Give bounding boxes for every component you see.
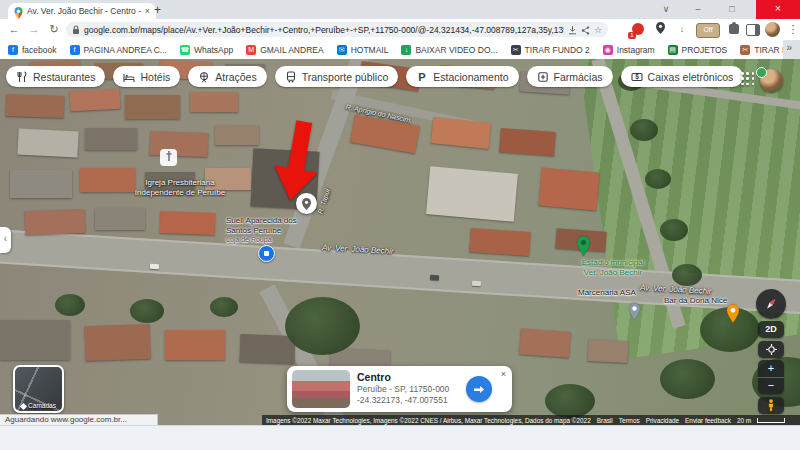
profile-avatar[interactable] — [765, 22, 780, 37]
bookmark-favicon-icon: ▤ — [668, 45, 678, 55]
attr-link-termos[interactable]: Termos — [619, 417, 640, 424]
bookmark-item[interactable]: f facebook — [8, 45, 57, 55]
bookmark-favicon-icon: ◉ — [603, 45, 613, 55]
store-pin[interactable] — [258, 245, 275, 262]
side-panel-icon[interactable] — [745, 22, 761, 37]
bookmark-label: PROJETOS — [682, 45, 728, 55]
bookmark-favicon-icon: ✉ — [337, 45, 347, 55]
bar-label[interactable]: Bar da Dona Nice — [664, 296, 727, 306]
place-pin-icon — [302, 198, 311, 210]
bookmark-label: HOTMAIL — [351, 45, 389, 55]
bookmark-item[interactable]: ✂ TIRAR FUNDO 2 — [511, 45, 590, 55]
bookmark-favicon-icon: ✂ — [511, 45, 521, 55]
directions-button[interactable] — [466, 376, 492, 402]
business-label[interactable]: Sueli Aparecida dos Santos Peruíbe Loja … — [226, 216, 297, 245]
bookmark-label: BAIXAR VIDEO DO... — [415, 45, 497, 55]
save-page-icon[interactable] — [568, 21, 577, 39]
chip-farmacias[interactable]: Farmácias — [527, 66, 613, 87]
off-extension-icon[interactable]: Off — [696, 23, 720, 38]
church-label[interactable]: Igreja Presbiteriana Independente de Per… — [105, 178, 255, 197]
map-scale-text: 20 m — [737, 417, 751, 424]
place-photo-thumbnail[interactable] — [292, 370, 350, 408]
lock-icon — [72, 21, 80, 39]
pegman-control[interactable] — [758, 397, 784, 414]
browser-tab-strip: Av. Ver. João Bechir - Centro - G × + ∨ … — [0, 0, 800, 19]
bookmark-label: GMAIL ANDREA — [260, 45, 323, 55]
shop-icon — [264, 251, 269, 256]
bookmark-item[interactable]: f PAGINA ANDREA C... — [70, 45, 167, 55]
bookmark-item[interactable]: ✂ TIRAR FUNDO 1 — [740, 45, 783, 55]
bookmark-label: Instagram — [617, 45, 655, 55]
browser-update-chevron-icon[interactable]: ∨ — [652, 0, 680, 19]
layers-button[interactable]: Camadas — [13, 365, 64, 413]
bar-pin[interactable] — [726, 303, 740, 328]
side-panel-collapse-handle[interactable]: ‹ — [0, 227, 11, 253]
bookmark-star-icon[interactable]: ☆ — [594, 25, 602, 35]
extensions-puzzle-icon[interactable] — [726, 22, 742, 37]
window-minimize-button[interactable]: – — [684, 0, 712, 19]
bookmark-favicon-icon: ☎ — [180, 45, 190, 55]
chip-atracoes[interactable]: Atrações — [188, 66, 266, 87]
chip-transporte[interactable]: Transporte público — [275, 66, 399, 87]
forward-icon[interactable]: → — [26, 21, 42, 37]
pin-extension-icon[interactable] — [652, 22, 668, 37]
2d-toggle-button[interactable]: 2D — [758, 321, 784, 338]
bookmark-item[interactable]: ☎ WhatsApp — [180, 45, 233, 55]
map-scale-bar — [757, 418, 785, 423]
compass-control[interactable] — [756, 289, 786, 319]
satellite-map[interactable]: Restaurantes Hotéis Atrações Transporte … — [0, 59, 800, 425]
carpentry-label[interactable]: Marcenaria ASA — [578, 288, 636, 298]
bookmark-favicon-icon: M — [246, 45, 256, 55]
bookmark-item[interactable]: ▤ PROJETOS — [668, 45, 728, 55]
browser-tab-active[interactable]: Av. Ver. João Bechir - Centro - G × — [8, 3, 156, 19]
bookmark-label: facebook — [22, 45, 57, 55]
attr-link-brasil[interactable]: Brasil — [597, 417, 613, 424]
bookmark-favicon-icon: ↓ — [401, 45, 411, 55]
chip-estacionamento[interactable]: P Estacionamento — [406, 66, 518, 87]
directions-icon — [473, 383, 485, 395]
card-close-icon[interactable]: × — [501, 369, 506, 379]
bookmark-item[interactable]: M GMAIL ANDREA — [246, 45, 323, 55]
chip-caixas[interactable]: $ Caixas eletrônicos — [621, 66, 744, 87]
windows-taskbar: 90 Pr ⇄ W ☎ ! ∧ ☁ PORPTB2 13:0228/03/202… — [0, 425, 800, 450]
place-info-card[interactable]: Centro Peruíbe - SP, 11750-000 -24.32217… — [287, 366, 512, 412]
place-title: Centro — [357, 371, 391, 383]
imagery-credits: Imagens ©2022 Maxar Technologies, Imagen… — [266, 417, 591, 424]
carpentry-pin[interactable] — [628, 302, 641, 325]
bookmark-label: TIRAR FUNDO 1 — [754, 45, 783, 55]
reload-icon[interactable]: ↻ — [46, 21, 62, 37]
zoom-controls: + − — [758, 360, 784, 394]
bookmark-item[interactable]: ↓ BAIXAR VIDEO DO... — [401, 45, 497, 55]
window-restore-button[interactable]: □ — [718, 0, 746, 19]
maps-category-chips: Restaurantes Hotéis Atrações Transporte … — [6, 66, 743, 87]
share-icon[interactable] — [581, 21, 590, 39]
back-icon[interactable]: ← — [6, 21, 22, 37]
adblock-extension-icon[interactable]: 1 — [630, 22, 646, 37]
atm-icon: $ — [631, 71, 643, 83]
bookmark-label: TIRAR FUNDO 2 — [525, 45, 590, 55]
downloader-extension-icon[interactable]: ↓ — [674, 22, 690, 37]
stadium-label[interactable]: Estádio municipal Ver. João Bechir — [548, 258, 678, 277]
attr-link-privacidade[interactable]: Privacidade — [646, 417, 679, 424]
chip-hoteis[interactable]: Hotéis — [113, 66, 180, 87]
church-poi-icon[interactable] — [160, 149, 177, 166]
address-bar[interactable]: google.com.br/maps/place/Av.+Ver.+João+B… — [66, 22, 608, 37]
tab-title: Av. Ver. João Bechir - Centro - G — [27, 6, 141, 16]
chrome-menu-icon[interactable]: ⋮ — [785, 22, 800, 37]
window-close-button[interactable]: × — [756, 0, 800, 19]
place-coordinates: -24.322173, -47.007551 — [357, 395, 448, 405]
bookmark-label: PAGINA ANDREA C... — [84, 45, 167, 55]
my-location-button[interactable] — [758, 341, 784, 358]
bookmarks-overflow-icon[interactable]: » — [786, 42, 792, 53]
new-tab-button[interactable]: + — [150, 3, 165, 18]
google-apps-grid-icon[interactable] — [741, 72, 755, 86]
zoom-out-button[interactable]: − — [758, 378, 784, 394]
svg-text:$: $ — [635, 73, 639, 81]
attr-link-feedback[interactable]: Enviar feedback — [685, 417, 731, 424]
url-text[interactable]: google.com.br/maps/place/Av.+Ver.+João+B… — [84, 25, 564, 35]
chip-restaurantes[interactable]: Restaurantes — [6, 66, 105, 87]
searched-place-pin[interactable] — [296, 193, 317, 214]
zoom-in-button[interactable]: + — [758, 360, 784, 378]
bookmark-item[interactable]: ✉ HOTMAIL — [337, 45, 389, 55]
bookmark-item[interactable]: ◉ Instagram — [603, 45, 655, 55]
